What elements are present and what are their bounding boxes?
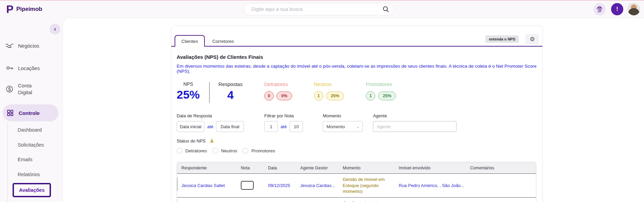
filter-data-resposta: Data de Resposta até <box>177 113 244 132</box>
data-inicial-input[interactable] <box>177 121 204 132</box>
radio-circle-icon[interactable] <box>212 148 218 154</box>
col-nota: Nota <box>236 166 264 170</box>
sidebar-item-relatorios[interactable]: Relatórios <box>18 172 40 177</box>
notifications-button[interactable]: ! <box>611 3 623 15</box>
user-avatar[interactable] <box>627 3 640 16</box>
cell-respondente[interactable]: Jessica Cardias Sallet <box>177 180 236 191</box>
tab-corretores[interactable]: Corretores <box>205 36 241 47</box>
cell-comentarios <box>466 183 536 188</box>
momento-select[interactable]: Momento ⌄ <box>323 121 363 132</box>
radio-neutros-label: Neutros <box>221 148 237 153</box>
tab-clientes[interactable]: Clientes <box>175 35 205 47</box>
sidebar-item-label: Conta Digital <box>18 82 38 96</box>
radio-circle-icon[interactable] <box>243 148 248 154</box>
top-accent-line <box>0 0 644 1</box>
fingerprint-button[interactable] <box>593 3 606 15</box>
cell-momento: Gestão de Imóvel em Estoque (segundo mom… <box>338 174 394 197</box>
nps-tabs: Clientes Corretores entenda o NPS ⚙ <box>171 26 542 47</box>
detratores-percent-badge: 0% <box>276 91 292 100</box>
stats-divider <box>209 82 210 103</box>
nps-results-table: Respondente Nota Data Agente Gestor Mome… <box>177 162 536 202</box>
stat-nps: NPS 25% <box>177 81 200 101</box>
cell-imovel[interactable]: Rua Pedro Américo, , São João... <box>394 180 466 191</box>
table-row[interactable]: Jessica Cardias Sallet 09/12/2025 Jessic… <box>177 173 536 197</box>
stat-nps-label: NPS <box>177 81 200 87</box>
sidebar-subnav-rail <box>7 124 8 202</box>
sidebar-item-locacoes[interactable]: Locações <box>5 64 40 72</box>
col-agente-gestor: Agente Gestor <box>296 166 338 170</box>
app-header: P Pipeimob ! <box>0 1 644 18</box>
nota-label: Filtrar por Nota <box>264 113 303 118</box>
col-momento: Momento <box>338 166 394 170</box>
agente-input[interactable] <box>373 121 457 132</box>
filter-agente: Agente <box>373 113 457 132</box>
sidebar-item-label: Negócios <box>18 43 39 49</box>
filters: Data de Resposta até Filtrar por Nota at… <box>177 113 537 132</box>
promotores-label: Promotores <box>366 81 396 87</box>
radio-promotores[interactable]: Promotores <box>243 148 275 154</box>
handshake-icon <box>5 41 14 50</box>
nps-stats: NPS 25% Respostas 4 Detratores 0 0% Neut… <box>177 81 537 103</box>
promotores-percent-badge: 25% <box>378 91 396 100</box>
sidebar-item-solicitacoes[interactable]: Solicitações <box>18 142 44 148</box>
sidebar-item-label: Locações <box>18 65 40 71</box>
cell-data: 09/12/2025 <box>264 180 296 191</box>
momento-label: Momento <box>323 113 363 118</box>
sidebar-item-conta-digital[interactable]: Conta Digital <box>5 82 38 96</box>
filter-nota: Filtrar por Nota até <box>264 113 303 132</box>
sidebar-item-emails[interactable]: Emails <box>18 157 33 162</box>
cell-agente-gestor[interactable]: Jessica Cardias... <box>296 180 338 191</box>
col-data: Data <box>264 166 296 170</box>
search-input[interactable] <box>244 6 382 12</box>
status-nps-label: Status do NPS <box>177 138 205 144</box>
cell-momento: Gestão de Imóvel em Estoque (primeiro mo… <box>338 198 394 202</box>
pipeimob-logo-icon[interactable]: P <box>5 3 15 15</box>
detratores-count-badge: 0 <box>264 91 274 101</box>
nota-empty-box <box>241 181 254 190</box>
search-icon[interactable] <box>382 5 390 13</box>
settings-button[interactable]: ⚙ <box>525 34 539 45</box>
filter-momento: Momento Momento ⌄ <box>323 113 363 132</box>
agente-label: Agente <box>373 113 457 118</box>
momento-select-value: Momento <box>326 124 345 129</box>
radio-detratores[interactable]: Detratores <box>177 148 207 154</box>
ate-label: até <box>207 124 213 129</box>
stat-respostas-value: 4 <box>218 88 243 102</box>
sidebar-item-dashboard[interactable]: Dashboard <box>18 127 42 133</box>
data-resposta-label: Data de Resposta <box>177 113 244 118</box>
nota-min-input[interactable] <box>264 121 278 132</box>
sidebar-item-avaliacoes[interactable]: Avaliações <box>13 183 51 197</box>
understand-nps-badge[interactable]: entenda o NPS <box>485 35 519 43</box>
sidebar-collapse-button[interactable]: ‹ <box>50 24 60 34</box>
radio-promotores-label: Promotores <box>251 148 275 153</box>
neutros-count-badge: 1 <box>314 91 323 101</box>
data-final-input[interactable] <box>216 121 244 132</box>
cell-nota <box>236 178 264 192</box>
neutros-percent-badge: 25% <box>326 91 344 100</box>
clear-filter-broom-icon[interactable] <box>209 138 214 144</box>
radio-circle-icon[interactable] <box>177 148 182 154</box>
stat-promotores: Promotores 1 25% <box>366 81 396 101</box>
gear-icon: ⚙ <box>530 36 535 43</box>
col-imovel: Imóvel envolvido <box>394 166 466 170</box>
promotores-count-badge: 1 <box>366 91 375 101</box>
radio-neutros[interactable]: Neutros <box>212 148 237 154</box>
radio-detratores-label: Detratores <box>185 148 207 153</box>
nps-card: Clientes Corretores entenda o NPS ⚙ Aval… <box>171 26 543 202</box>
stat-detratores: Detratores 0 0% <box>264 81 292 101</box>
chevron-left-icon: ‹ <box>54 26 56 33</box>
sidebar-nav: Negócios Locações Conta Digital Controle <box>0 18 62 202</box>
sidebar-item-negocios[interactable]: Negócios <box>5 41 39 50</box>
col-comentarios: Comentários <box>466 166 536 170</box>
status-nps-filter: Status do NPS Detratores Neutros <box>177 138 537 154</box>
global-search[interactable] <box>244 3 394 15</box>
table-row[interactable]: Jessica Cardias Sallet 09/12/2025 Jessic… <box>177 197 536 202</box>
sidebar-item-controle[interactable]: Controle <box>3 104 58 121</box>
ate-label: até <box>281 124 287 129</box>
page-title: Avaliações (NPS) de Clientes Finais <box>177 54 537 60</box>
nota-max-input[interactable] <box>289 121 303 132</box>
detratores-label: Detratores <box>264 81 292 87</box>
key-icon <box>5 64 14 72</box>
col-respondente: Respondente <box>177 166 236 170</box>
nps-description: Em diversos momentos das esteiras, desde… <box>177 64 537 74</box>
